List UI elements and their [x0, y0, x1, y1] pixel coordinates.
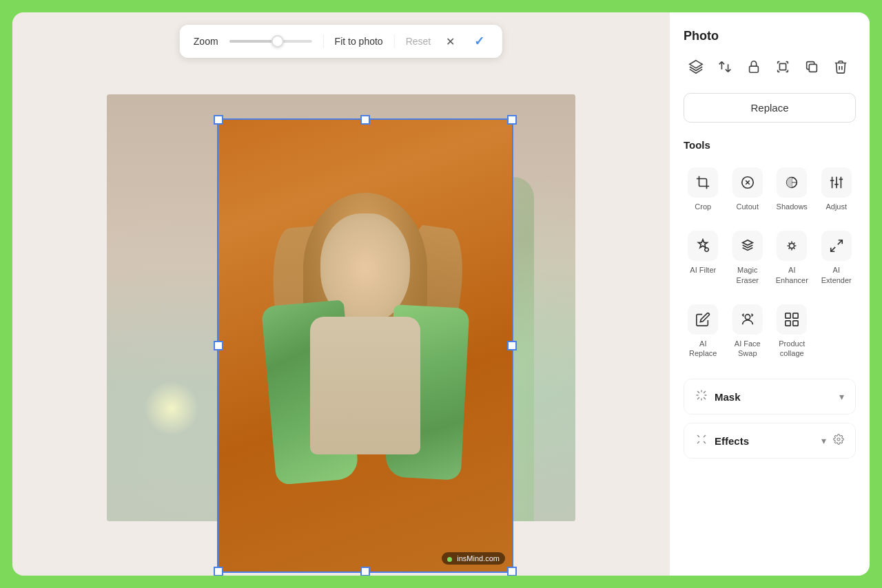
ai-extender-icon-box — [821, 231, 852, 261]
mask-section: Mask ▾ — [684, 379, 856, 414]
magic-eraser-label: Magic Eraser — [731, 265, 765, 285]
svg-rect-3 — [809, 64, 817, 72]
ai-face-swap-label: AI Face Swap — [731, 339, 765, 359]
right-panel: Photo — [670, 12, 870, 576]
crop-handle-rm[interactable] — [507, 341, 517, 350]
svg-point-11 — [745, 315, 750, 319]
woman-figure — [262, 172, 469, 571]
toolbar-divider — [323, 34, 324, 48]
ai-enhancer-icon-box — [777, 231, 807, 261]
ai-filter-icon-box — [688, 231, 718, 261]
cutout-label: Cutout — [737, 202, 759, 211]
crop-handle-tr[interactable] — [507, 115, 517, 125]
ai-replace-tool-item[interactable]: AI Replace — [684, 297, 723, 366]
canvas-area: Zoom Fit to photo Reset ✕ ✓ — [12, 12, 670, 576]
fit-to-photo-button[interactable]: Fit to photo — [335, 36, 383, 47]
svg-rect-12 — [786, 313, 790, 318]
toolbar-divider-2 — [394, 34, 395, 48]
crop-handle-tm[interactable] — [360, 115, 370, 125]
product-collage-tool-item[interactable]: Product collage — [772, 297, 812, 366]
confirm-button[interactable]: ✓ — [469, 32, 489, 51]
magic-eraser-tool-item[interactable]: Magic Eraser — [728, 224, 768, 292]
crop-box[interactable]: insMind.com — [217, 118, 513, 573]
ai-face-swap-icon-box — [732, 304, 763, 335]
crop-handle-br[interactable] — [507, 567, 517, 576]
zoom-label: Zoom — [194, 36, 218, 47]
mask-chevron-icon: ▾ — [839, 391, 844, 402]
panel-title: Photo — [684, 29, 856, 43]
replace-button[interactable]: Replace — [684, 93, 856, 123]
mask-section-header[interactable]: Mask ▾ — [684, 379, 855, 414]
effects-section-title: Effects — [715, 435, 814, 447]
shadows-tool-item[interactable]: Shadows — [772, 160, 812, 218]
watermark: insMind.com — [442, 552, 505, 565]
reset-button[interactable]: Reset — [406, 36, 431, 47]
light-orb — [144, 381, 199, 436]
ai-filter-label: AI Filter — [690, 265, 716, 275]
svg-rect-1 — [750, 66, 759, 72]
adjust-tool-item[interactable]: Adjust — [817, 160, 857, 218]
crop-tool-item[interactable]: Crop — [684, 160, 723, 218]
toolbar-icons-row — [684, 54, 856, 79]
svg-marker-0 — [690, 61, 702, 68]
adjust-label: Adjust — [825, 202, 847, 211]
effects-section: Effects ▾ — [684, 423, 856, 459]
magic-eraser-icon-box — [732, 231, 763, 261]
product-collage-label: Product collage — [775, 339, 809, 359]
flip-icon-btn[interactable] — [712, 54, 737, 79]
app-container: Zoom Fit to photo Reset ✕ ✓ — [0, 0, 882, 588]
watermark-dot — [447, 557, 452, 562]
inner-photo-bg — [218, 120, 512, 571]
svg-rect-15 — [793, 321, 798, 326]
effects-header-icon — [695, 433, 708, 448]
tools-grid: Crop Cutout — [684, 160, 856, 365]
effects-section-header[interactable]: Effects ▾ — [684, 423, 855, 458]
product-collage-icon-box — [777, 304, 807, 335]
ai-filter-tool-item[interactable]: AI Filter — [684, 224, 723, 292]
cutout-icon-box — [732, 167, 763, 198]
layers-icon-btn[interactable] — [684, 54, 708, 79]
effects-settings-icon[interactable] — [833, 434, 844, 448]
photo-wrapper: insMind.com — [107, 94, 575, 521]
body-torso — [310, 317, 420, 454]
canvas-content: insMind.com — [12, 12, 670, 576]
ai-extender-tool-item[interactable]: AI Extender — [817, 224, 857, 292]
svg-point-9 — [705, 248, 709, 252]
ai-replace-icon-box — [688, 304, 718, 335]
cutout-tool-item[interactable]: Cutout — [728, 160, 768, 218]
crop-handle-bl[interactable] — [214, 567, 223, 576]
adjust-icon-box — [821, 167, 852, 198]
watermark-text: insMind.com — [457, 554, 500, 563]
zoom-slider[interactable] — [229, 40, 312, 43]
crop-handle-bm[interactable] — [360, 567, 370, 576]
frame-icon-btn[interactable] — [770, 54, 795, 79]
shadows-label: Shadows — [777, 202, 808, 211]
svg-rect-14 — [786, 321, 790, 326]
inner-photo — [218, 120, 512, 571]
svg-point-10 — [790, 244, 794, 249]
svg-point-16 — [837, 438, 840, 441]
crop-handle-tl[interactable] — [214, 115, 223, 125]
zoom-toolbar: Zoom Fit to photo Reset ✕ ✓ — [180, 25, 502, 58]
delete-icon-btn[interactable] — [828, 54, 853, 79]
close-button[interactable]: ✕ — [442, 33, 458, 50]
ai-enhancer-label: AI Enhancer — [775, 265, 809, 285]
svg-rect-2 — [779, 63, 786, 70]
mask-section-title: Mask — [715, 391, 832, 403]
crop-icon-box — [688, 167, 718, 198]
ai-extender-label: AI Extender — [820, 265, 854, 285]
svg-rect-13 — [793, 313, 798, 318]
effects-chevron-icon: ▾ — [821, 435, 826, 446]
ai-enhancer-tool-item[interactable]: AI Enhancer — [772, 224, 812, 292]
ai-replace-label: AI Replace — [686, 339, 720, 359]
mask-header-icon — [695, 389, 708, 404]
tools-section-title: Tools — [684, 139, 856, 151]
shadows-icon-box — [777, 167, 807, 198]
crop-handle-lm[interactable] — [214, 341, 223, 350]
duplicate-icon-btn[interactable] — [799, 54, 824, 79]
crop-label: Crop — [695, 202, 711, 211]
ai-face-swap-tool-item[interactable]: AI Face Swap — [728, 297, 768, 366]
lock-icon-btn[interactable] — [741, 54, 766, 79]
